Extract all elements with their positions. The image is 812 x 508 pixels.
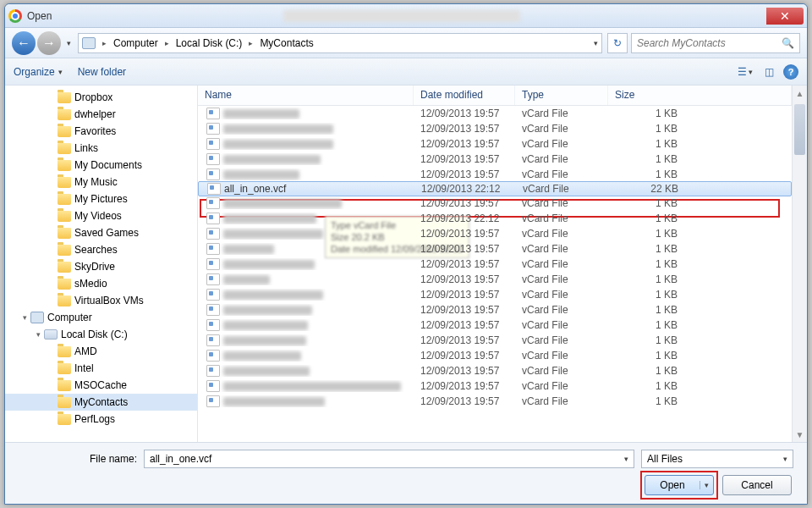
tree-label: Computer [47,312,92,323]
scroll-thumb[interactable] [794,104,805,155]
folder-icon [58,295,71,306]
tree-item[interactable]: MyContacts [5,394,197,411]
file-size: 1 KB [608,258,684,270]
tree-item[interactable]: Links [5,140,197,157]
tree-item[interactable]: MSOCache [5,377,197,394]
breadcrumb-dropdown[interactable]: ▾ [594,39,598,47]
file-row[interactable]: 12/09/2013 19:57vCard File1 KB [198,378,792,394]
chevron-down-icon[interactable]: ▾ [783,455,787,463]
breadcrumb-item[interactable]: MyContacts [256,36,316,51]
tree-item[interactable]: Searches [5,241,197,258]
col-size[interactable]: Size [608,86,792,105]
tree-item[interactable]: Dropbox [5,89,197,106]
vcard-icon [207,183,221,195]
tree-item[interactable]: My Documents [5,157,197,174]
help-icon[interactable]: ? [783,64,798,80]
file-filter-dropdown[interactable]: All Files ▾ [641,450,793,468]
file-row[interactable]: 12/09/2013 19:57vCard File1 KB [198,106,792,121]
file-row[interactable]: 12/09/2013 19:57vCard File1 KB [198,226,792,241]
tree-item[interactable]: Favorites [5,123,197,140]
column-headers[interactable]: Name Date modified Type Size [198,86,792,106]
folder-icon [58,109,71,120]
tree-item[interactable]: ▾Computer [5,309,197,326]
tree-label: VirtualBox VMs [74,295,144,306]
tree-label: sMedio [74,278,107,290]
search-input[interactable] [637,37,782,49]
tree-item[interactable]: SkyDrive [5,258,197,275]
breadcrumb-bar[interactable]: ▸ Computer ▸ Local Disk (C:) ▸ MyContact… [78,33,602,53]
file-row[interactable]: 12/09/2013 19:57vCard File1 KB [198,333,792,348]
file-row[interactable]: 12/09/2013 19:57vCard File1 KB [198,167,792,182]
scroll-up-button[interactable]: ▲ [793,86,807,101]
file-size: 1 KB [608,197,684,209]
blurred-filename [223,290,323,300]
tree-item[interactable]: sMedio [5,275,197,292]
file-row[interactable]: 12/09/2013 19:57vCard File1 KB [198,196,792,211]
file-date: 12/09/2013 19:57 [414,108,515,119]
breadcrumb-item[interactable]: Local Disk (C:) [173,36,246,51]
tree-item[interactable]: dwhelper [5,106,197,123]
blurred-filename [223,214,316,224]
file-row[interactable]: 12/09/2013 19:57vCard File1 KB [198,136,792,152]
file-row[interactable]: 12/09/2013 19:57vCard File1 KB [198,272,792,287]
tree-item[interactable]: Saved Games [5,224,197,241]
tree-label: Intel [74,362,94,374]
vcard-icon [206,258,220,270]
file-size: 22 KB [609,183,685,195]
organize-menu[interactable]: Organize ▾ [14,66,63,78]
view-menu-icon[interactable]: ☰ ▾ [736,64,754,80]
cancel-button[interactable]: Cancel [722,475,792,495]
tree-item[interactable]: VirtualBox VMs [5,292,197,309]
file-list[interactable]: Type vCard FileSize 20.2 KBDate modified… [198,106,792,442]
file-date: 12/09/2013 22:12 [414,183,516,195]
tree-item[interactable]: My Music [5,174,197,190]
file-row[interactable]: 12/09/2013 19:57vCard File1 KB [198,152,792,167]
tree-item[interactable]: My Pictures [5,190,197,207]
new-folder-button[interactable]: New folder [78,66,126,78]
nav-forward-button[interactable]: → [37,31,61,55]
file-size: 1 KB [608,123,684,135]
vcard-icon [206,213,220,224]
search-box[interactable]: 🔍 [631,33,800,53]
file-row[interactable]: 12/09/2013 19:57vCard File1 KB [198,287,792,302]
expand-arrow[interactable]: ▾ [32,330,44,339]
file-row[interactable]: 12/09/2013 19:57vCard File1 KB [198,394,792,409]
tree-item[interactable]: AMD [5,343,197,360]
preview-pane-icon[interactable]: ◫ [760,64,778,80]
file-row[interactable]: 12/09/2013 19:57vCard File1 KB [198,318,792,333]
tree-item[interactable]: PerfLogs [5,411,197,428]
tree-item[interactable]: Intel [5,360,197,377]
blurred-url [283,10,520,22]
file-date: 12/09/2013 19:57 [414,168,515,180]
col-date[interactable]: Date modified [414,86,515,105]
file-row[interactable]: 12/09/2013 19:57vCard File1 KB [198,241,792,257]
open-dropdown[interactable]: ▾ [700,481,713,489]
file-row[interactable]: 12/09/2013 19:57vCard File1 KB [198,363,792,378]
file-row[interactable]: all_in_one.vcf12/09/2013 22:12vCard File… [198,181,792,196]
vcard-icon [206,334,220,346]
file-row[interactable]: 12/09/2013 19:57vCard File1 KB [198,121,792,136]
blurred-filename [223,155,321,164]
filename-combobox[interactable]: all_in_one.vcf ▾ [144,450,634,468]
col-name[interactable]: Name [198,86,414,105]
open-button[interactable]: Open ▾ [645,475,714,495]
expand-arrow[interactable]: ▾ [19,313,30,322]
breadcrumb-item[interactable]: Computer [110,36,162,51]
col-type[interactable]: Type [515,86,608,105]
refresh-button[interactable]: ↻ [607,33,628,53]
navigation-tree[interactable]: DropboxdwhelperFavoritesLinksMy Document… [5,86,198,442]
nav-history-dropdown[interactable]: ▾ [63,31,74,55]
tree-item[interactable]: My Videos [5,207,197,224]
scroll-down-button[interactable]: ▼ [793,427,807,442]
window-close-button[interactable]: ✕ [766,8,804,25]
file-row[interactable]: 12/09/2013 22:12vCard File1 KB [198,211,792,226]
vcard-icon [206,350,220,362]
nav-back-button[interactable]: ← [12,31,36,55]
vertical-scrollbar[interactable]: ▲ ▼ [792,86,807,442]
chevron-down-icon[interactable]: ▾ [624,455,628,463]
file-row[interactable]: 12/09/2013 19:57vCard File1 KB [198,302,792,318]
tree-item[interactable]: ▾Local Disk (C:) [5,326,197,343]
file-type: vCard File [515,395,608,407]
file-row[interactable]: 12/09/2013 19:57vCard File1 KB [198,257,792,272]
file-row[interactable]: 12/09/2013 19:57vCard File1 KB [198,348,792,363]
